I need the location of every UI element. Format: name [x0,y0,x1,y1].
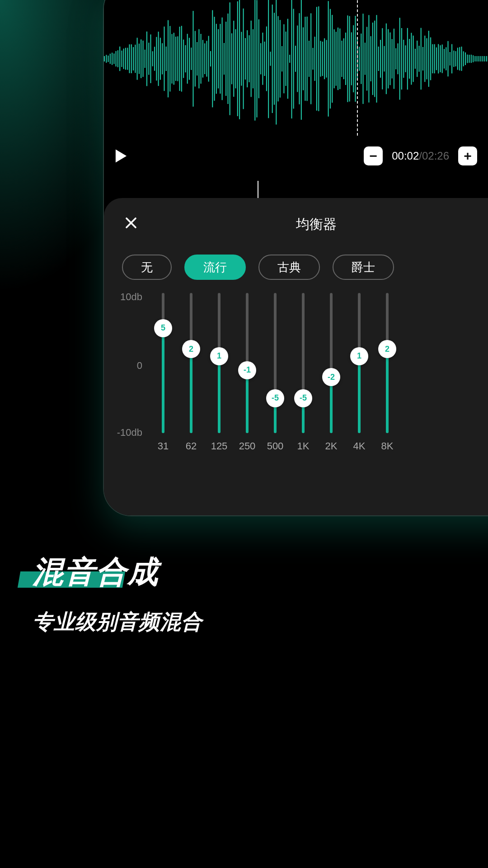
svg-rect-53 [206,41,207,76]
svg-rect-94 [286,32,286,86]
eq-band-track[interactable]: 2 [386,293,389,433]
eq-band-knob[interactable]: -1 [238,361,256,379]
svg-rect-20 [143,41,144,77]
eq-band-fill [162,328,164,434]
svg-rect-183 [457,48,458,70]
svg-rect-78 [254,0,255,121]
svg-rect-46 [193,11,194,107]
svg-rect-62 [224,43,225,75]
svg-rect-101 [299,13,300,104]
eq-band-label: 125 [205,440,233,452]
svg-rect-161 [415,49,416,69]
svg-rect-158 [409,39,410,79]
eq-band-125: 1125 [205,293,233,456]
svg-rect-132 [359,47,360,71]
svg-rect-141 [376,15,377,103]
preset-1[interactable]: 流行 [184,255,246,280]
svg-rect-55 [210,51,211,66]
svg-rect-103 [303,27,304,90]
svg-rect-128 [351,33,352,85]
svg-rect-108 [313,48,314,70]
svg-rect-191 [473,55,474,62]
svg-rect-125 [345,33,346,85]
equalizer-sheet: 均衡器 无流行古典爵士 10db 0 -10db 5312621125-1250… [104,198,488,515]
svg-rect-153 [399,18,400,99]
eq-band-knob[interactable]: 5 [154,319,172,337]
svg-rect-12 [127,48,128,70]
eq-band-knob[interactable]: 2 [182,340,200,358]
svg-rect-76 [251,21,252,97]
svg-rect-91 [280,20,281,98]
svg-rect-59 [218,29,219,88]
eq-band-track[interactable]: -2 [330,293,333,433]
eq-band-track[interactable]: -5 [302,293,305,433]
svg-rect-84 [266,27,267,91]
svg-rect-112 [320,41,321,76]
svg-rect-164 [421,28,422,90]
svg-rect-83 [264,42,265,76]
eq-band-label: 31 [149,440,177,452]
eq-band-knob[interactable]: -5 [294,389,312,407]
playhead-marker[interactable] [357,0,358,136]
svg-rect-24 [150,34,151,83]
svg-rect-47 [195,31,196,86]
svg-rect-87 [272,5,273,113]
svg-rect-119 [334,29,335,89]
mini-track-marker[interactable] [258,181,258,199]
svg-rect-106 [309,41,310,77]
zoom-in-button[interactable]: + [458,146,477,165]
svg-rect-35 [172,34,173,84]
zoom-out-button[interactable]: − [364,146,383,165]
svg-rect-61 [222,18,223,100]
eq-band-track[interactable]: 1 [358,293,361,433]
eq-band-track[interactable]: 1 [218,293,221,433]
svg-rect-149 [392,39,393,78]
svg-rect-54 [208,36,209,81]
svg-rect-14 [131,44,132,73]
svg-rect-57 [214,17,215,101]
eq-band-track[interactable]: -5 [274,293,277,433]
tagline: 混音合成 专业级别音频混合 [33,552,202,636]
svg-rect-176 [444,49,445,69]
eq-band-track[interactable]: 5 [162,293,164,433]
preset-2[interactable]: 古典 [258,255,320,280]
eq-band-knob[interactable]: -2 [322,368,340,386]
play-button[interactable] [108,144,133,169]
preset-3[interactable]: 爵士 [333,255,394,280]
svg-rect-173 [438,44,439,74]
svg-rect-115 [326,40,327,77]
eq-band-label: 4K [345,440,373,452]
minus-icon: − [369,148,377,164]
svg-rect-25 [152,51,153,66]
waveform-area[interactable] [104,0,488,136]
preset-0[interactable]: 无 [122,255,172,280]
svg-rect-154 [401,28,402,90]
svg-rect-193 [477,56,478,61]
svg-rect-162 [417,41,418,77]
eq-band-knob[interactable]: 1 [210,347,228,365]
eq-band-track[interactable]: 2 [190,293,192,433]
svg-rect-182 [455,51,456,66]
svg-rect-147 [388,29,389,88]
eq-band-knob[interactable]: -5 [266,389,284,407]
eq-band-knob[interactable]: 2 [378,340,396,358]
svg-rect-69 [237,1,238,116]
plus-icon: + [464,148,472,164]
svg-rect-126 [347,15,348,102]
eq-band-fill [218,356,221,434]
svg-rect-142 [378,47,379,71]
svg-rect-65 [230,2,230,115]
svg-rect-157 [407,28,408,90]
transport-bar: − 00:02 / 02:26 + [104,136,488,176]
svg-rect-123 [342,41,343,77]
svg-rect-50 [201,34,202,84]
eq-band-knob[interactable]: 1 [350,347,368,365]
svg-rect-88 [274,13,275,105]
svg-rect-129 [353,25,354,92]
eq-band-250: -1250 [233,293,261,456]
svg-rect-3 [110,54,111,64]
eq-band-track[interactable]: -1 [246,293,249,433]
svg-rect-160 [413,36,414,82]
svg-rect-44 [189,38,190,80]
phone-frame: − 00:02 / 02:26 + 均衡器 无流行古典爵士 10d [104,0,488,515]
